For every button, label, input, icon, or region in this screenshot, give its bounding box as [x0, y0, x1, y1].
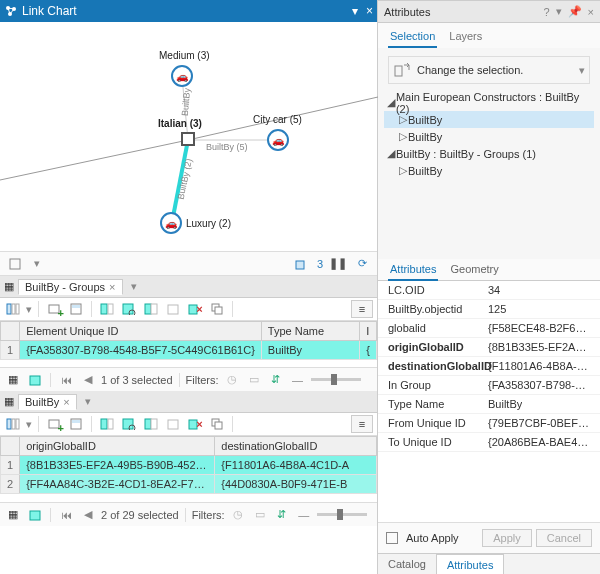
pause-icon[interactable]: ❚❚ [329, 255, 347, 273]
prop-val[interactable]: {8B1B33E5-EF2A-49B5-B90B [488, 341, 590, 353]
prop-val[interactable]: {20A86BEA-BAE4-4F33-B10 [488, 436, 590, 448]
svg-rect-17 [108, 304, 113, 314]
filter-time-icon[interactable]: ◷ [223, 371, 241, 389]
close-icon[interactable]: × [588, 6, 594, 18]
groups-scale-slider[interactable] [311, 378, 361, 381]
groups-table[interactable]: Element Unique ID Type Name I 1 {FA35830… [0, 321, 377, 360]
table-row[interactable]: 1 {8B1B33E5-EF2A-49B5-B90B-45251C7458E6}… [1, 456, 377, 475]
panel-menu-icon[interactable]: ▾ [85, 395, 91, 408]
col-element-uid[interactable]: Element Unique ID [20, 322, 262, 341]
prop-val[interactable]: {FA358307-B798-4548-B5F7 [488, 379, 590, 391]
prop-val[interactable]: 34 [488, 284, 500, 296]
help-icon[interactable]: ? [543, 6, 549, 18]
sel-switch-button[interactable] [142, 415, 160, 433]
svg-rect-20 [145, 304, 151, 314]
filter-ext-icon[interactable]: ▭ [251, 506, 269, 524]
builtby-burger-icon[interactable]: ≡ [351, 415, 373, 433]
builtby-tab[interactable]: BuiltBy × [18, 394, 77, 410]
groups-tab-close-icon[interactable]: × [109, 281, 115, 293]
node-medium[interactable]: 🚗 [171, 65, 193, 87]
tab-attributes-dock[interactable]: Attributes [436, 554, 504, 574]
scale-dash-icon[interactable]: — [289, 371, 307, 389]
groups-tab[interactable]: BuiltBy - Groups × [18, 279, 123, 295]
tree-item[interactable]: ▷BuiltBy [384, 128, 594, 145]
sel-zoom-button[interactable] [120, 300, 138, 318]
prop-val[interactable]: BuiltBy [488, 398, 522, 410]
prop-val[interactable]: {79EB7CBF-0BEF-4B9B-8579 [488, 417, 590, 429]
sel-delete-button[interactable]: × [186, 415, 204, 433]
view-all-button[interactable]: ▦ [4, 371, 22, 389]
prev-icon[interactable]: ◀ [79, 506, 97, 524]
link-chart-canvas[interactable]: 🚗 Medium (3) BuiltBy Italian (3) 🚗 City … [0, 22, 377, 252]
col-type-name[interactable]: Type Name [261, 322, 359, 341]
tree-item[interactable]: ◢BuiltBy : BuiltBy - Groups (1) [384, 145, 594, 162]
select-count-icon[interactable] [293, 255, 311, 273]
prop-val[interactable]: {F58ECE48-B2F6-4A50-A86B [488, 322, 590, 334]
svg-rect-42 [215, 422, 222, 429]
sel-tool-1[interactable] [98, 300, 116, 318]
col-origin[interactable]: originGlobalID [20, 437, 215, 456]
pin-icon[interactable]: 📌 [568, 5, 582, 18]
node-citycar[interactable]: 🚗 [267, 129, 289, 151]
sel-tool-1[interactable] [98, 415, 116, 433]
filter-ext-icon[interactable]: ▭ [245, 371, 263, 389]
sel-zoom-button[interactable] [120, 415, 138, 433]
svg-rect-22 [168, 305, 178, 314]
table-row[interactable]: 2 {FF4AA84C-3B2E-4CD1-8EA2-F79A1F7335C5}… [1, 475, 377, 494]
field-list-button[interactable] [4, 300, 22, 318]
calc-button[interactable] [67, 300, 85, 318]
tab-attributes[interactable]: Attributes [388, 259, 438, 280]
groups-burger-icon[interactable]: ≡ [351, 300, 373, 318]
chevron-down-icon[interactable]: ▾ [579, 64, 585, 77]
tab-geometry[interactable]: Geometry [448, 259, 500, 280]
change-selection-row[interactable]: Change the selection. ▾ [388, 56, 590, 84]
builtby-table[interactable]: originGlobalID destinationGlobalID 1 {8B… [0, 436, 377, 494]
snap-icon[interactable] [6, 255, 24, 273]
apply-button[interactable]: Apply [482, 529, 532, 547]
options-menu-icon[interactable]: ▾ [556, 5, 562, 18]
svg-rect-29 [16, 419, 19, 429]
view-sel-button[interactable] [26, 506, 44, 524]
sel-switch-button[interactable] [142, 300, 160, 318]
node-italian[interactable] [181, 132, 195, 146]
tab-catalog[interactable]: Catalog [378, 554, 436, 574]
chevron-down-icon[interactable]: ▾ [28, 255, 46, 273]
table-row[interactable]: 1 {FA358307-B798-4548-B5F7-5C449C61B61C}… [1, 341, 377, 360]
copy-button[interactable] [208, 415, 226, 433]
sel-delete-button[interactable]: × [186, 300, 204, 318]
scale-dash-icon[interactable]: — [295, 506, 313, 524]
tab-layers[interactable]: Layers [447, 27, 484, 48]
link-chart-menu-icon[interactable]: ▾ [352, 4, 358, 18]
filter-time-icon[interactable]: ◷ [229, 506, 247, 524]
builtby-tab-close-icon[interactable]: × [63, 396, 69, 408]
auto-apply-checkbox[interactable] [386, 532, 398, 544]
filter-updown-icon[interactable]: ⇵ [267, 371, 285, 389]
view-sel-button[interactable] [26, 371, 44, 389]
sel-clear-button[interactable] [164, 300, 182, 318]
refresh-icon[interactable]: ⟳ [353, 255, 371, 273]
panel-menu-icon[interactable]: ▾ [131, 280, 137, 293]
link-chart-close-icon[interactable]: × [366, 4, 373, 18]
selection-tree[interactable]: ◢Main European Constructors : BuiltBy (2… [384, 94, 594, 179]
add-row-button[interactable]: + [45, 300, 63, 318]
view-all-button[interactable]: ▦ [4, 506, 22, 524]
col-destination[interactable]: destinationGlobalID [215, 437, 377, 456]
first-icon[interactable]: ⏮ [57, 506, 75, 524]
copy-button[interactable] [208, 300, 226, 318]
tree-item[interactable]: ◢Main European Constructors : BuiltBy (2… [384, 94, 594, 111]
first-icon[interactable]: ⏮ [57, 371, 75, 389]
cancel-button[interactable]: Cancel [536, 529, 592, 547]
field-list-button[interactable] [4, 415, 22, 433]
add-row-button[interactable]: + [45, 415, 63, 433]
tree-item[interactable]: ▷BuiltBy [384, 162, 594, 179]
prop-val[interactable]: {F11801A6-4B8A-4C1D-A46 [488, 360, 590, 372]
builtby-scale-slider[interactable] [317, 513, 367, 516]
filter-updown-icon[interactable]: ⇵ [273, 506, 291, 524]
builtby-header-row: originGlobalID destinationGlobalID [1, 437, 377, 456]
prev-icon[interactable]: ◀ [79, 371, 97, 389]
prop-val[interactable]: 125 [488, 303, 506, 315]
calc-button[interactable] [67, 415, 85, 433]
sel-clear-button[interactable] [164, 415, 182, 433]
node-luxury[interactable]: 🚗 [160, 212, 182, 234]
tab-selection[interactable]: Selection [388, 27, 437, 48]
